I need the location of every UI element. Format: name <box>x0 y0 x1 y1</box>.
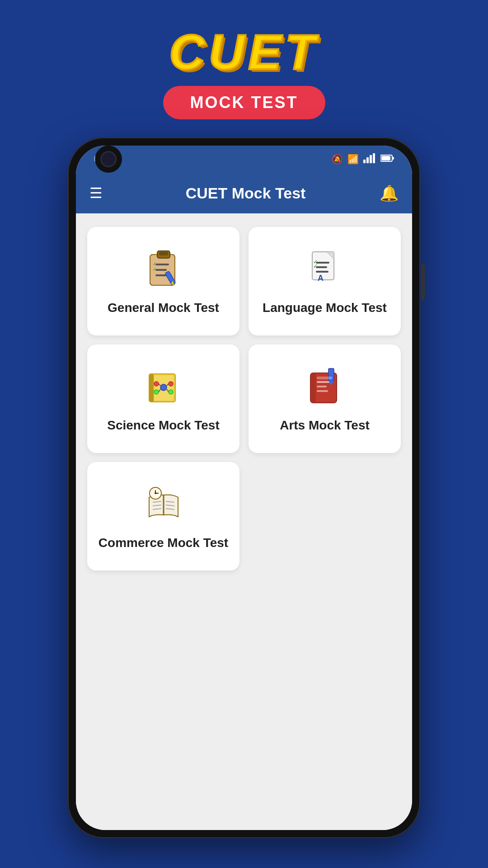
arts-card-label: Arts Mock Test <box>280 417 370 434</box>
commerce-mock-test-card[interactable]: Commerce Mock Test <box>87 462 239 571</box>
general-icon: ✓ ✓ <box>141 246 186 292</box>
general-mock-test-card[interactable]: ✓ ✓ General Mock Test <box>87 227 239 335</box>
svg-point-31 <box>169 382 173 386</box>
wifi-icon: 📶 <box>347 154 359 165</box>
main-content: ✓ ✓ General Mock Test <box>76 213 412 830</box>
svg-rect-0 <box>363 160 366 163</box>
app-bar: ☰ CUET Mock Test 🔔 <box>76 173 412 213</box>
arts-icon <box>302 364 347 409</box>
svg-text:✓: ✓ <box>153 267 156 272</box>
phone-screen: 07 🔕 📶 <box>76 146 412 830</box>
status-bar: 07 🔕 📶 <box>76 146 412 173</box>
svg-point-33 <box>169 390 173 394</box>
phone-frame: 07 🔕 📶 <box>68 137 420 838</box>
language-icon: A ✓ ✓ <box>302 246 347 292</box>
language-card-label: Language Mock Test <box>263 300 387 316</box>
svg-rect-5 <box>392 157 394 160</box>
science-icon <box>141 364 186 409</box>
app-header: CUET MOCK TEST <box>163 0 325 137</box>
svg-point-30 <box>154 382 159 386</box>
svg-rect-43 <box>317 386 327 387</box>
mute-icon: 🔕 <box>332 154 343 165</box>
bell-icon[interactable]: 🔔 <box>380 184 399 202</box>
svg-rect-1 <box>366 157 369 163</box>
camera-notch <box>95 146 122 173</box>
cards-grid: ✓ ✓ General Mock Test <box>87 227 401 571</box>
svg-rect-2 <box>370 155 372 163</box>
general-card-label: General Mock Test <box>108 300 219 316</box>
commerce-icon <box>141 481 186 527</box>
volume-button <box>421 264 425 300</box>
battery-icon <box>380 154 394 165</box>
svg-rect-28 <box>149 374 154 402</box>
svg-rect-6 <box>381 156 390 160</box>
svg-rect-39 <box>310 373 316 403</box>
svg-rect-12 <box>155 269 167 271</box>
commerce-card-label: Commerce Mock Test <box>99 535 228 551</box>
cuet-logo: CUET <box>169 27 319 77</box>
arts-mock-test-card[interactable]: Arts Mock Test <box>249 344 401 453</box>
svg-rect-11 <box>155 264 169 265</box>
svg-rect-42 <box>317 381 329 383</box>
svg-point-29 <box>160 384 167 391</box>
svg-point-32 <box>154 390 159 394</box>
signal-icon <box>363 153 376 165</box>
hamburger-icon[interactable]: ☰ <box>89 184 103 202</box>
svg-rect-44 <box>317 390 328 392</box>
svg-text:A: A <box>318 274 324 283</box>
svg-text:✓: ✓ <box>153 261 156 266</box>
svg-rect-45 <box>317 377 332 379</box>
app-bar-title: CUET Mock Test <box>112 184 380 202</box>
svg-rect-20 <box>316 262 329 264</box>
svg-text:✓: ✓ <box>313 263 318 269</box>
science-mock-test-card[interactable]: Science Mock Test <box>87 344 239 453</box>
science-card-label: Science Mock Test <box>107 417 219 434</box>
language-mock-test-card[interactable]: A ✓ ✓ Language Mock Test <box>249 227 401 335</box>
svg-rect-22 <box>316 271 328 273</box>
svg-rect-10 <box>159 252 168 255</box>
status-icons: 🔕 📶 <box>332 153 394 165</box>
svg-rect-3 <box>373 153 375 163</box>
camera-lens <box>100 151 117 167</box>
svg-point-57 <box>155 492 156 494</box>
mock-test-badge: MOCK TEST <box>163 86 325 119</box>
